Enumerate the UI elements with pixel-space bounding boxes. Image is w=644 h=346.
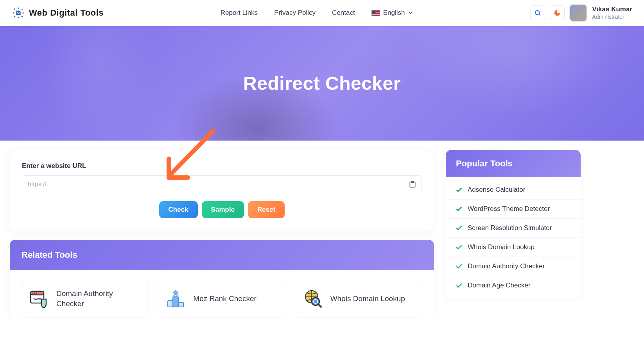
svg-rect-10 bbox=[173, 297, 178, 307]
clipboard-icon[interactable] bbox=[409, 180, 416, 188]
page-title: Redirect Checker bbox=[243, 73, 401, 94]
check-icon bbox=[455, 186, 463, 194]
reset-button[interactable]: Reset bbox=[248, 201, 285, 218]
user-info[interactable]: Vikas Kumar Administrator bbox=[592, 5, 632, 20]
user-avatar[interactable] bbox=[569, 4, 587, 22]
sidebar-item-domain-age[interactable]: Domain Age Checker bbox=[446, 276, 581, 295]
brand-name: Web Digital Tools bbox=[29, 8, 104, 18]
related-tool-domain-authority[interactable]: www Domain Authority Checker bbox=[21, 280, 149, 317]
check-icon bbox=[455, 224, 463, 232]
gear-icon bbox=[12, 6, 25, 20]
url-input[interactable] bbox=[22, 175, 422, 193]
sidebar-item-whois-lookup[interactable]: Whois Domain Lookup bbox=[446, 238, 581, 257]
svg-line-2 bbox=[539, 14, 540, 15]
url-input-row bbox=[22, 175, 422, 193]
svg-text:www: www bbox=[33, 297, 41, 301]
nav-report-links[interactable]: Report Links bbox=[221, 9, 258, 17]
language-label: English bbox=[383, 9, 405, 17]
url-input-label: Enter a website URL bbox=[22, 162, 422, 170]
moon-icon bbox=[554, 9, 561, 16]
related-tools-grid: www Domain Authority Checker Moz Rank Ch… bbox=[10, 270, 434, 317]
check-button[interactable]: Check bbox=[159, 201, 198, 218]
related-tool-label: Domain Authority Checker bbox=[56, 289, 141, 309]
sidebar-item-label: Adsense Calculator bbox=[468, 186, 525, 194]
related-tools-card: Related Tools www Domain Authority Check… bbox=[10, 240, 434, 317]
svg-point-6 bbox=[32, 292, 34, 294]
related-tools-heading: Related Tools bbox=[22, 250, 422, 260]
form-button-row: Check Sample Reset bbox=[22, 201, 422, 218]
popular-tools-heading: Popular Tools bbox=[456, 159, 570, 169]
svg-point-1 bbox=[535, 11, 540, 15]
browser-shield-icon: www bbox=[29, 289, 48, 309]
language-selector[interactable]: English bbox=[371, 9, 414, 17]
hero-banner: Redirect Checker bbox=[0, 26, 644, 141]
nav-contact[interactable]: Contact bbox=[332, 9, 355, 17]
related-tools-header: Related Tools bbox=[10, 240, 434, 270]
search-button[interactable] bbox=[530, 5, 545, 20]
popular-tools-list: Adsense Calculator WordPress Theme Detec… bbox=[446, 177, 581, 298]
sample-button[interactable]: Sample bbox=[202, 201, 244, 218]
svg-line-16 bbox=[318, 304, 321, 307]
top-header: Web Digital Tools Report Links Privacy P… bbox=[0, 0, 644, 26]
check-icon bbox=[455, 243, 463, 251]
related-tool-moz-rank[interactable]: Moz Rank Checker bbox=[158, 280, 286, 317]
nav-privacy-policy[interactable]: Privacy Policy bbox=[274, 9, 316, 17]
svg-point-8 bbox=[36, 292, 38, 294]
related-tool-whois[interactable]: Whois Domain Lookup bbox=[295, 280, 423, 317]
svg-rect-3 bbox=[411, 182, 414, 183]
sidebar-item-label: Screen Resolution Simulator bbox=[468, 224, 552, 232]
related-tool-label: Moz Rank Checker bbox=[193, 294, 257, 304]
popular-tools-header: Popular Tools bbox=[446, 150, 581, 177]
search-icon bbox=[534, 9, 541, 16]
sidebar-item-label: WordPress Theme Detector bbox=[468, 205, 550, 213]
check-icon bbox=[455, 282, 463, 289]
user-role: Administrator bbox=[592, 14, 632, 20]
sidebar-item-domain-authority[interactable]: Domain Authority Checker bbox=[446, 257, 581, 276]
podium-star-icon bbox=[166, 289, 185, 309]
chevron-down-icon bbox=[408, 10, 413, 16]
popular-tools-card: Popular Tools Adsense Calculator WordPre… bbox=[446, 150, 581, 298]
flag-us-icon bbox=[371, 10, 380, 16]
sidebar-item-label: Domain Authority Checker bbox=[468, 262, 545, 270]
user-name: Vikas Kumar bbox=[592, 5, 632, 13]
tool-form-card: Enter a website URL Check Sample Reset bbox=[10, 150, 434, 232]
check-icon bbox=[455, 205, 463, 213]
header-right-cluster: Vikas Kumar Administrator bbox=[530, 4, 632, 22]
check-icon bbox=[455, 262, 463, 270]
related-tool-label: Whois Domain Lookup bbox=[330, 294, 405, 304]
svg-rect-12 bbox=[178, 302, 183, 307]
sidebar-item-adsense-calculator[interactable]: Adsense Calculator bbox=[446, 180, 581, 200]
sidebar-item-screen-resolution[interactable]: Screen Resolution Simulator bbox=[446, 219, 581, 238]
main-nav: Report Links Privacy Policy Contact Engl… bbox=[221, 9, 414, 17]
sidebar-item-wp-theme-detector[interactable]: WordPress Theme Detector bbox=[446, 200, 581, 219]
brand-logo[interactable]: Web Digital Tools bbox=[12, 6, 104, 20]
sidebar-item-label: Domain Age Checker bbox=[468, 282, 531, 289]
sidebar-item-label: Whois Domain Lookup bbox=[468, 243, 535, 251]
dark-mode-toggle[interactable] bbox=[550, 5, 565, 20]
svg-rect-11 bbox=[168, 301, 173, 307]
globe-search-icon bbox=[303, 289, 323, 309]
svg-point-7 bbox=[34, 292, 36, 294]
